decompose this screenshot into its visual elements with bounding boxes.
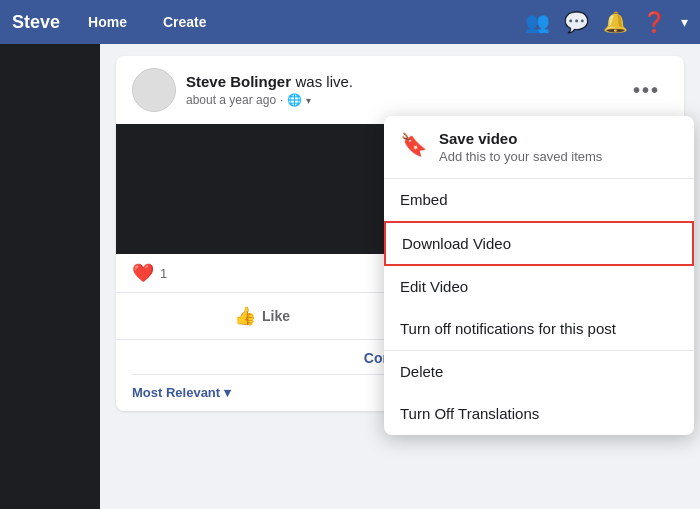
bell-icon[interactable]: 🔔 — [603, 10, 628, 34]
post-author-info: Steve Bolinger was live. about a year ag… — [186, 73, 625, 107]
like-icon: 👍 — [234, 305, 256, 327]
globe-icon: 🌐 — [287, 93, 302, 107]
facebook-navbar: Steve Home Create 👥 💬 🔔 ❓ ▾ — [0, 0, 700, 44]
post-timestamp: about a year ago — [186, 93, 276, 107]
navbar-left: Steve Home Create — [12, 10, 215, 34]
dropdown-item-download-video[interactable]: Download Video — [384, 221, 694, 266]
help-icon[interactable]: ❓ — [642, 10, 667, 34]
post-header: Steve Bolinger was live. about a year ag… — [116, 56, 684, 124]
save-title: Save video — [439, 130, 602, 147]
post-was-live: was live. — [295, 73, 353, 90]
post-author-line: Steve Bolinger was live. — [186, 73, 625, 91]
nav-item-home[interactable]: Home — [80, 10, 135, 34]
like-label: Like — [262, 308, 290, 324]
avatar — [132, 68, 176, 112]
most-relevant-chevron-icon: ▾ — [224, 385, 231, 400]
people-icon[interactable]: 👥 — [525, 10, 550, 34]
post-meta: about a year ago · 🌐 ▾ — [186, 93, 625, 107]
save-text-group: Save video Add this to your saved items — [439, 130, 602, 164]
post-card: Steve Bolinger was live. about a year ag… — [116, 56, 684, 411]
navbar-icons: 👥 💬 🔔 ❓ ▾ — [525, 10, 688, 34]
like-button[interactable]: 👍 Like — [124, 297, 400, 335]
left-sidebar — [0, 44, 100, 509]
save-subtitle: Add this to your saved items — [439, 149, 602, 164]
dropdown-item-edit-video[interactable]: Edit Video — [384, 266, 694, 308]
privacy-chevron-icon[interactable]: ▾ — [306, 95, 311, 106]
post-author-name: Steve Bolinger — [186, 73, 291, 90]
most-relevant-dropdown[interactable]: Most Relevant ▾ — [132, 385, 231, 400]
post-separator: · — [280, 93, 283, 107]
dropdown-item-delete[interactable]: Delete — [384, 351, 694, 393]
post-more-button[interactable]: ••• — [625, 75, 668, 106]
dropdown-items-container: EmbedDownload VideoEdit VideoTurn off no… — [384, 179, 694, 435]
main-content: Steve Bolinger was live. about a year ag… — [0, 44, 700, 509]
save-video-item[interactable]: 🔖 Save video Add this to your saved item… — [384, 116, 694, 179]
dropdown-item-turn-off-notifications[interactable]: Turn off notifications for this post — [384, 308, 694, 350]
dropdown-menu: 🔖 Save video Add this to your saved item… — [384, 116, 694, 435]
most-relevant-label: Most Relevant — [132, 385, 220, 400]
nav-item-create[interactable]: Create — [155, 10, 215, 34]
fb-brand: Steve — [12, 12, 60, 33]
messenger-icon[interactable]: 💬 — [564, 10, 589, 34]
heart-reaction-icon: ❤️ — [132, 262, 154, 284]
dropdown-item-embed[interactable]: Embed — [384, 179, 694, 221]
dropdown-item-turn-off-translations[interactable]: Turn Off Translations — [384, 393, 694, 435]
reactions-count: 1 — [160, 266, 167, 281]
post-area: Steve Bolinger was live. about a year ag… — [100, 44, 700, 509]
bookmark-icon: 🔖 — [400, 132, 427, 158]
navbar-chevron-icon[interactable]: ▾ — [681, 14, 688, 30]
